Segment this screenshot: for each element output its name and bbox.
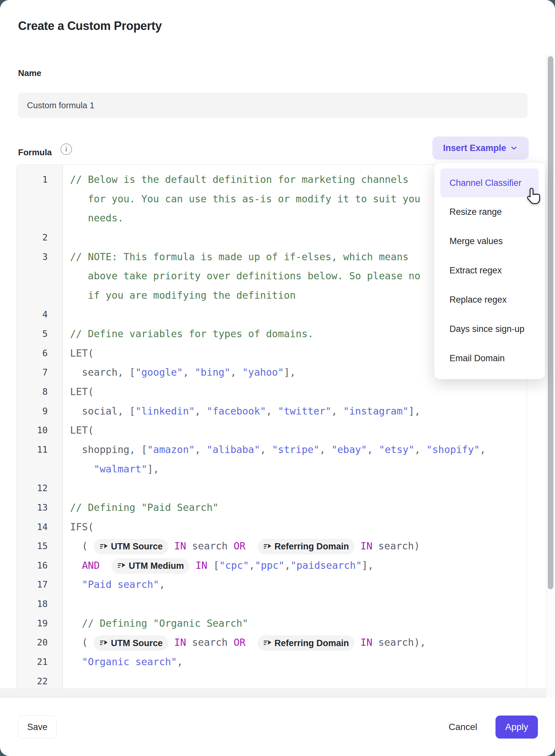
code-token: ,	[159, 579, 165, 590]
code-line: LET(	[62, 382, 527, 402]
code-token	[189, 560, 195, 571]
line-number: 9	[17, 402, 62, 421]
line-number: 11	[17, 440, 62, 460]
code-line: "Organic search",	[62, 652, 527, 672]
code-token: (	[70, 637, 94, 648]
line-number: 7	[17, 363, 62, 382]
code-token: social, [	[70, 405, 135, 417]
code-token: ,	[285, 560, 290, 571]
code-token: "facebook"	[207, 405, 266, 417]
line-number: 18	[17, 594, 62, 614]
menu-item-email-domain[interactable]: Email Domain	[440, 344, 539, 373]
code-line	[62, 594, 527, 614]
code-token: "yahoo"	[242, 366, 284, 378]
line-number: 19	[17, 614, 62, 633]
line-number	[17, 286, 62, 305]
line-number: 1	[17, 170, 62, 190]
code-token: ],	[362, 560, 374, 571]
code-token: "Organic search"	[82, 656, 177, 668]
code-token	[246, 540, 257, 552]
menu-item-replace-regex[interactable]: Replace regex	[440, 285, 539, 315]
code-row: 16 AND UTM Medium IN ["cpc","ppc","paids…	[17, 556, 527, 575]
code-token: shopping, [	[70, 444, 147, 455]
code-token	[70, 463, 94, 475]
insert-example-menu: Channel ClassifierResize rangeMerge valu…	[434, 162, 545, 379]
code-token: for you. You can use this as-is or modif…	[70, 193, 421, 205]
menu-item-channel-classifier[interactable]: Channel Classifier	[440, 168, 539, 197]
dialog-scrollbar-thumb[interactable]	[548, 56, 553, 589]
code-token: LET(	[70, 386, 94, 397]
dialog-scrollbar-track[interactable]	[546, 54, 555, 698]
code-token: "amazon"	[147, 444, 195, 455]
line-number: 10	[17, 421, 62, 440]
line-number: 22	[17, 672, 62, 688]
code-line	[62, 672, 527, 688]
code-row: "walmart"],	[17, 460, 527, 479]
name-label: Name	[18, 68, 41, 78]
code-token: ,	[332, 405, 343, 417]
code-token: OR	[233, 637, 245, 648]
code-token: [	[208, 560, 219, 571]
code-token: "google"	[135, 366, 183, 378]
code-token	[70, 579, 82, 590]
menu-item-merge-values[interactable]: Merge values	[440, 227, 539, 256]
code-row: 13// Defining "Paid Search"	[17, 498, 527, 517]
code-row: 19 // Defining "Organic Search"	[17, 614, 527, 633]
code-token: ],	[147, 463, 159, 475]
line-number: 14	[17, 517, 62, 537]
apply-button[interactable]: Apply	[496, 716, 538, 739]
code-token: "twitter"	[278, 405, 332, 417]
property-chip-utm-medium[interactable]: UTM Medium	[112, 558, 189, 574]
property-chip-referring-domain[interactable]: Referring Domain	[257, 635, 355, 651]
code-token: "cpc"	[219, 560, 249, 571]
menu-item-days-since-sign-up[interactable]: Days since sign-up	[440, 315, 539, 344]
insert-example-button[interactable]: Insert Example	[432, 136, 529, 160]
code-line: shopping, ["amazon", "alibaba", "stripe"…	[62, 440, 527, 460]
code-line	[62, 479, 527, 498]
line-number: 2	[17, 228, 62, 247]
code-line: ( UTM Source IN search OR Referring Doma…	[62, 536, 527, 556]
line-number	[17, 460, 62, 479]
code-line: social, ["linkedin", "facebook", "twitte…	[62, 402, 527, 421]
code-row: 12	[17, 479, 527, 498]
code-token: "ppc"	[255, 560, 285, 571]
line-number: 5	[17, 324, 62, 344]
menu-item-resize-range[interactable]: Resize range	[440, 197, 539, 227]
code-token: ],	[284, 366, 296, 378]
code-token: OR	[233, 540, 245, 552]
code-row: 17 "Paid search",	[17, 575, 527, 594]
property-chip-referring-domain[interactable]: Referring Domain	[257, 539, 355, 554]
code-token: "alibaba"	[207, 444, 260, 455]
line-number	[17, 208, 62, 228]
info-icon[interactable]: i	[60, 144, 72, 155]
line-number: 17	[17, 575, 62, 594]
property-chip-utm-source[interactable]: UTM Source	[94, 635, 168, 651]
property-chip-utm-source[interactable]: UTM Source	[94, 539, 168, 554]
code-row: 22	[17, 672, 527, 688]
code-line: ( UTM Source IN search OR Referring Doma…	[62, 633, 527, 652]
code-token: search),	[372, 637, 426, 648]
cancel-button[interactable]: Cancel	[443, 716, 483, 739]
name-input[interactable]	[18, 93, 527, 118]
property-chip-label: Referring Domain	[274, 634, 349, 653]
code-token: // Defining "Organic Search"	[70, 618, 248, 629]
code-token: IN	[360, 540, 372, 552]
code-token: ,	[177, 656, 183, 668]
code-token: IN	[360, 637, 372, 648]
list-pointer-icon	[263, 543, 271, 551]
code-token: search, [	[70, 366, 135, 378]
code-token: ,	[367, 444, 379, 455]
menu-item-extract-regex[interactable]: Extract regex	[440, 256, 539, 285]
create-custom-property-dialog: Create a Custom Property Name Formula i …	[0, 0, 555, 756]
line-number	[17, 190, 62, 209]
line-number: 12	[17, 479, 62, 498]
code-line: // Defining "Paid Search"	[62, 498, 527, 517]
code-row: 20 ( UTM Source IN search OR Referring D…	[17, 633, 527, 652]
list-pointer-icon	[99, 639, 108, 647]
list-pointer-icon	[99, 543, 108, 551]
save-button[interactable]: Save	[18, 716, 56, 739]
line-number: 3	[17, 247, 62, 267]
code-token	[354, 540, 360, 552]
code-row: 8LET(	[17, 382, 527, 402]
code-token	[168, 540, 174, 552]
